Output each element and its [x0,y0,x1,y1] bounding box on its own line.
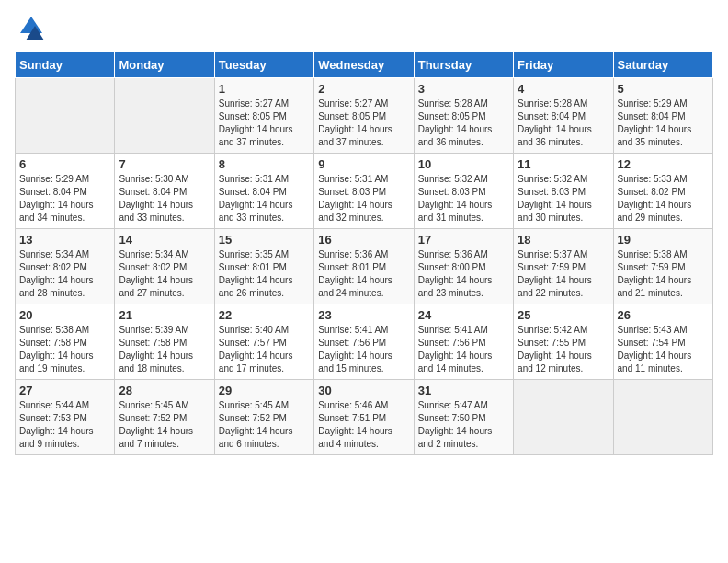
sunset-text: Sunset: 7:52 PM [119,413,187,423]
day-number: 5 [618,82,709,96]
day-number: 20 [19,308,110,322]
sunset-text: Sunset: 7:53 PM [19,413,87,423]
day-info: Sunrise: 5:41 AM Sunset: 7:56 PM Dayligh… [318,324,409,375]
sunrise-text: Sunrise: 5:35 AM [219,249,289,259]
daylight-text: Daylight: 14 hours and 6 minutes. [219,426,293,449]
sunrise-text: Sunrise: 5:38 AM [618,249,688,259]
daylight-text: Daylight: 14 hours and 11 minutes. [618,350,692,373]
sunset-text: Sunset: 7:59 PM [518,262,586,272]
calendar-cell: 22 Sunrise: 5:40 AM Sunset: 7:57 PM Dayl… [214,304,313,380]
calendar-cell: 26 Sunrise: 5:43 AM Sunset: 7:54 PM Dayl… [613,304,712,380]
sunset-text: Sunset: 8:03 PM [318,187,386,197]
sunrise-text: Sunrise: 5:46 AM [318,400,388,410]
day-number: 3 [418,82,509,96]
day-number: 12 [618,157,709,171]
sunset-text: Sunset: 7:57 PM [219,338,287,348]
sunrise-text: Sunrise: 5:37 AM [518,249,587,259]
daylight-text: Daylight: 14 hours and 30 minutes. [518,200,592,223]
day-number: 28 [119,384,210,397]
sunset-text: Sunset: 7:58 PM [19,338,87,348]
day-number: 6 [19,157,110,171]
sunset-text: Sunset: 7:52 PM [219,413,287,423]
daylight-text: Daylight: 14 hours and 32 minutes. [318,200,392,223]
day-number: 18 [518,233,609,247]
daylight-text: Daylight: 14 hours and 7 minutes. [119,426,193,449]
daylight-text: Daylight: 14 hours and 22 minutes. [518,275,592,298]
logo-icon [18,15,44,40]
day-info: Sunrise: 5:45 AM Sunset: 7:52 PM Dayligh… [119,399,210,451]
sunset-text: Sunset: 8:03 PM [418,187,486,197]
calendar-cell: 10 Sunrise: 5:32 AM Sunset: 8:03 PM Dayl… [414,154,513,229]
sunset-text: Sunset: 7:55 PM [518,338,586,348]
sunrise-text: Sunrise: 5:27 AM [318,98,388,109]
day-info: Sunrise: 5:46 AM Sunset: 7:51 PM Dayligh… [318,399,409,451]
day-info: Sunrise: 5:34 AM Sunset: 8:02 PM Dayligh… [19,248,110,300]
calendar-cell: 16 Sunrise: 5:36 AM Sunset: 8:01 PM Dayl… [314,229,414,304]
day-info: Sunrise: 5:29 AM Sunset: 8:04 PM Dayligh… [19,173,110,224]
sunset-text: Sunset: 8:01 PM [219,262,287,272]
sunset-text: Sunset: 8:02 PM [119,262,187,272]
daylight-text: Daylight: 14 hours and 29 minutes. [618,200,692,223]
sunset-text: Sunset: 7:50 PM [418,413,486,423]
sunrise-text: Sunrise: 5:47 AM [418,400,488,410]
day-number: 8 [219,157,310,171]
sunrise-text: Sunrise: 5:45 AM [219,400,289,410]
sunset-text: Sunset: 8:01 PM [318,262,386,272]
sunrise-text: Sunrise: 5:28 AM [518,98,587,109]
day-number: 26 [618,308,709,322]
calendar-week-4: 20 Sunrise: 5:38 AM Sunset: 7:58 PM Dayl… [16,304,713,380]
day-number: 15 [219,233,310,247]
daylight-text: Daylight: 14 hours and 18 minutes. [119,350,193,373]
sunrise-text: Sunrise: 5:40 AM [219,325,289,335]
calendar-cell: 4 Sunrise: 5:28 AM Sunset: 8:04 PM Dayli… [514,78,613,154]
calendar-cell: 25 Sunrise: 5:42 AM Sunset: 7:55 PM Dayl… [514,304,613,380]
day-info: Sunrise: 5:45 AM Sunset: 7:52 PM Dayligh… [219,399,310,451]
day-info: Sunrise: 5:27 AM Sunset: 8:05 PM Dayligh… [318,98,409,149]
sunset-text: Sunset: 7:59 PM [618,262,686,272]
day-number: 14 [119,233,210,247]
daylight-text: Daylight: 14 hours and 35 minutes. [618,124,692,147]
day-info: Sunrise: 5:36 AM Sunset: 8:00 PM Dayligh… [418,248,509,300]
daylight-text: Daylight: 14 hours and 21 minutes. [618,275,692,298]
calendar-body: 1 Sunrise: 5:27 AM Sunset: 8:05 PM Dayli… [16,78,713,455]
daylight-text: Daylight: 14 hours and 36 minutes. [418,124,493,147]
calendar-cell: 18 Sunrise: 5:37 AM Sunset: 7:59 PM Dayl… [514,229,613,304]
sunset-text: Sunset: 8:05 PM [219,111,287,121]
calendar-week-2: 6 Sunrise: 5:29 AM Sunset: 8:04 PM Dayli… [16,154,713,229]
calendar-cell: 13 Sunrise: 5:34 AM Sunset: 8:02 PM Dayl… [16,229,115,304]
day-number: 27 [19,384,110,397]
calendar-cell [613,380,712,455]
sunrise-text: Sunrise: 5:29 AM [19,174,89,184]
calendar-cell: 3 Sunrise: 5:28 AM Sunset: 8:05 PM Dayli… [414,78,513,154]
day-number: 19 [618,233,709,247]
calendar-cell: 6 Sunrise: 5:29 AM Sunset: 8:04 PM Dayli… [16,154,115,229]
sunrise-text: Sunrise: 5:31 AM [318,174,388,184]
day-info: Sunrise: 5:32 AM Sunset: 8:03 PM Dayligh… [518,173,609,224]
daylight-text: Daylight: 14 hours and 27 minutes. [119,275,193,298]
sunrise-text: Sunrise: 5:36 AM [318,249,388,259]
day-number: 9 [318,157,409,171]
daylight-text: Daylight: 14 hours and 24 minutes. [318,275,392,298]
sunrise-text: Sunrise: 5:39 AM [119,325,188,335]
calendar-week-1: 1 Sunrise: 5:27 AM Sunset: 8:05 PM Dayli… [16,78,713,154]
calendar-table: SundayMondayTuesdayWednesdayThursdayFrid… [15,52,713,455]
sunrise-text: Sunrise: 5:34 AM [19,249,89,259]
daylight-text: Daylight: 14 hours and 12 minutes. [518,350,592,373]
sunset-text: Sunset: 7:58 PM [119,338,187,348]
day-info: Sunrise: 5:38 AM Sunset: 7:59 PM Dayligh… [618,248,709,300]
day-info: Sunrise: 5:31 AM Sunset: 8:04 PM Dayligh… [219,173,310,224]
day-number: 17 [418,233,509,247]
sunset-text: Sunset: 8:03 PM [518,187,586,197]
sunrise-text: Sunrise: 5:36 AM [418,249,488,259]
day-number: 24 [418,308,509,322]
day-number: 16 [318,233,409,247]
sunrise-text: Sunrise: 5:30 AM [119,174,188,184]
calendar-cell: 30 Sunrise: 5:46 AM Sunset: 7:51 PM Dayl… [314,380,414,455]
day-info: Sunrise: 5:47 AM Sunset: 7:50 PM Dayligh… [418,399,509,451]
sunset-text: Sunset: 8:05 PM [318,111,386,121]
daylight-text: Daylight: 14 hours and 28 minutes. [19,275,94,298]
sunrise-text: Sunrise: 5:28 AM [418,98,488,109]
sunrise-text: Sunrise: 5:44 AM [19,400,89,410]
sunset-text: Sunset: 7:56 PM [418,338,486,348]
day-number: 21 [119,308,210,322]
